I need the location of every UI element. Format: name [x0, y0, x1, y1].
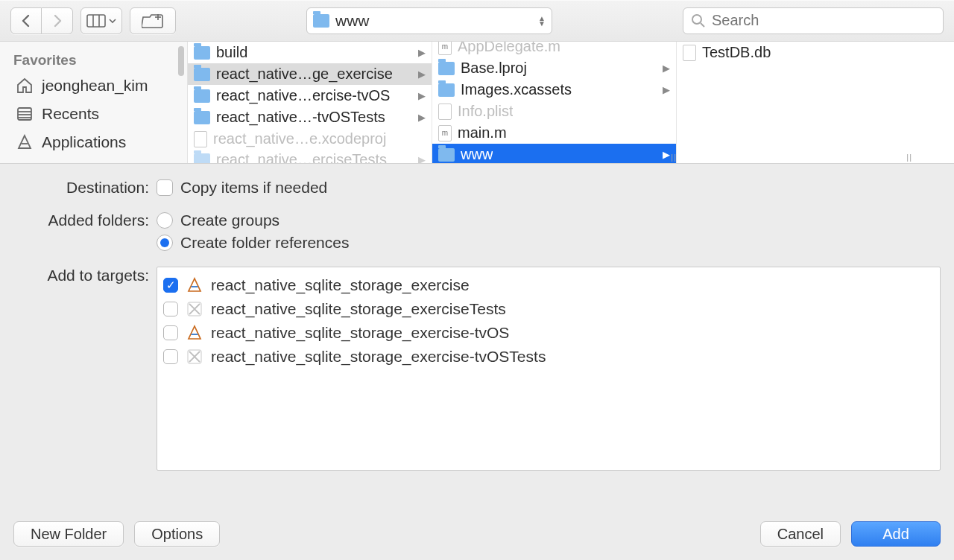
folder-icon — [194, 111, 210, 124]
chevron-left-icon — [21, 14, 31, 28]
new-folder-toolbutton[interactable] — [130, 7, 176, 34]
test-target-icon — [186, 300, 203, 318]
view-mode-button[interactable] — [80, 7, 122, 34]
folder-icon — [438, 83, 455, 97]
target-label: react_native_sqlite_storage_exerciseTest… — [211, 300, 506, 318]
svg-point-5 — [692, 15, 701, 24]
list-item[interactable]: Base.lproj▶ — [432, 57, 676, 79]
folder-plus-icon — [142, 13, 164, 28]
copy-items-checkbox[interactable] — [157, 179, 173, 196]
item-label: AppDelegate.m — [458, 42, 560, 55]
list-item[interactable]: build▶ — [188, 42, 432, 63]
list-item[interactable]: react_native…e.xcodeproj — [188, 128, 432, 150]
file-browser: Favorites jeonghean_kim Recents Applicat… — [0, 42, 954, 164]
nav-back-forward — [10, 7, 73, 34]
target-row[interactable]: ✓ react_native_sqlite_storage_exercise — [162, 273, 935, 297]
options-sheet: Destination: Copy items if needed Added … — [0, 164, 954, 560]
item-label: TestDB.db — [702, 44, 771, 61]
target-label: react_native_sqlite_storage_exercise-tvO… — [211, 348, 546, 366]
radio-groups[interactable] — [157, 212, 173, 229]
chevron-down-icon — [109, 14, 116, 28]
item-label: react_native…ge_exercise — [216, 66, 393, 83]
destination-label: Destination: — [13, 179, 157, 197]
test-target-icon — [186, 348, 203, 366]
list-item[interactable]: Images.xcassets▶ — [432, 79, 676, 101]
options-button[interactable]: Options — [134, 521, 220, 547]
sidebar-item-home[interactable]: jeonghean_kim — [13, 71, 180, 100]
bottom-bar: New Folder Options Cancel Add — [13, 508, 941, 547]
target-row[interactable]: react_native_sqlite_storage_exerciseTest… — [162, 297, 935, 321]
chevron-right-icon: ▶ — [418, 47, 426, 58]
target-checkbox[interactable] — [163, 349, 178, 364]
folder-icon — [194, 68, 210, 81]
column-resize-handle[interactable]: || — [671, 153, 677, 162]
search-icon — [691, 13, 706, 28]
folder-icon — [438, 148, 455, 162]
chevron-right-icon: ▶ — [418, 112, 426, 123]
app-target-icon — [186, 324, 203, 342]
sidebar-item-applications[interactable]: Applications — [13, 128, 180, 156]
scrollbar[interactable] — [178, 46, 184, 76]
radio-refs[interactable] — [157, 235, 173, 251]
add-button[interactable]: Add — [851, 521, 941, 547]
radio-groups-label: Create groups — [180, 211, 279, 229]
recents-icon — [15, 104, 34, 124]
cancel-button[interactable]: Cancel — [760, 521, 841, 547]
added-folders-row: Added folders: Create groups Create fold… — [13, 211, 941, 256]
item-label: www — [461, 146, 493, 163]
browser-column-1: build▶ react_native…ge_exercise▶ react_n… — [188, 42, 432, 163]
folder-icon — [438, 62, 455, 75]
list-item[interactable]: Info.plist — [432, 101, 676, 122]
sidebar-item-label: Applications — [42, 133, 126, 151]
sidebar-item-label: jeonghean_kim — [42, 77, 148, 95]
item-label: react_native…erciseTests — [216, 151, 387, 163]
list-item[interactable]: react_native…-tvOSTests▶ — [188, 106, 432, 128]
search-field[interactable] — [683, 7, 944, 34]
target-checkbox[interactable]: ✓ — [163, 278, 178, 293]
forward-button[interactable] — [42, 7, 73, 34]
folder-icon — [194, 46, 210, 60]
target-row[interactable]: react_native_sqlite_storage_exercise-tvO… — [162, 345, 935, 369]
db-file-icon — [683, 45, 696, 61]
m-file-icon: m — [438, 125, 452, 141]
item-label: Images.xcassets — [461, 81, 572, 98]
m-file-icon: m — [438, 42, 452, 55]
list-item[interactable]: TestDB.db — [677, 42, 915, 63]
new-folder-button[interactable]: New Folder — [13, 521, 124, 547]
toolbar: www ▲▼ — [0, 0, 954, 42]
destination-row: Destination: Copy items if needed — [13, 179, 941, 201]
radio-refs-label: Create folder references — [180, 234, 349, 252]
sidebar: Favorites jeonghean_kim Recents Applicat… — [0, 42, 188, 163]
path-dropdown[interactable]: www ▲▼ — [306, 7, 552, 34]
svg-rect-0 — [87, 15, 105, 27]
plist-file-icon — [438, 104, 452, 120]
add-to-targets-label: Add to targets: — [13, 267, 157, 284]
list-item[interactable]: www▶ — [432, 144, 676, 163]
added-folders-label: Added folders: — [13, 211, 157, 229]
list-item[interactable]: react_native…erciseTests▶ — [188, 149, 432, 163]
sidebar-item-recents[interactable]: Recents — [13, 100, 180, 128]
copy-items-checkbox-row[interactable]: Copy items if needed — [157, 179, 941, 197]
browser-column-2: mAppDelegate.m Base.lproj▶ Images.xcasse… — [432, 42, 677, 163]
target-checkbox[interactable] — [163, 325, 178, 340]
back-button[interactable] — [10, 7, 42, 34]
copy-items-label: Copy items if needed — [180, 179, 327, 197]
sidebar-header: Favorites — [13, 46, 180, 71]
target-label: react_native_sqlite_storage_exercise — [211, 276, 470, 294]
radio-create-folder-references[interactable]: Create folder references — [157, 234, 941, 252]
chevron-right-icon: ▶ — [663, 84, 670, 95]
folder-icon — [313, 14, 329, 28]
home-icon — [15, 76, 34, 95]
list-item[interactable]: react_native…ercise-tvOS▶ — [188, 85, 432, 106]
radio-create-groups[interactable]: Create groups — [157, 211, 941, 229]
target-checkbox[interactable] — [163, 302, 178, 316]
search-input[interactable] — [712, 12, 935, 29]
folder-icon — [194, 89, 210, 103]
list-item[interactable]: mmain.m — [432, 122, 676, 144]
list-item[interactable]: mAppDelegate.m — [432, 42, 676, 57]
target-row[interactable]: react_native_sqlite_storage_exercise-tvO… — [162, 321, 935, 345]
list-item[interactable]: react_native…ge_exercise▶ — [188, 63, 432, 85]
item-label: Base.lproj — [461, 60, 527, 77]
column-resize-handle[interactable]: || — [906, 153, 912, 162]
item-label: react_native…e.xcodeproj — [213, 130, 386, 147]
